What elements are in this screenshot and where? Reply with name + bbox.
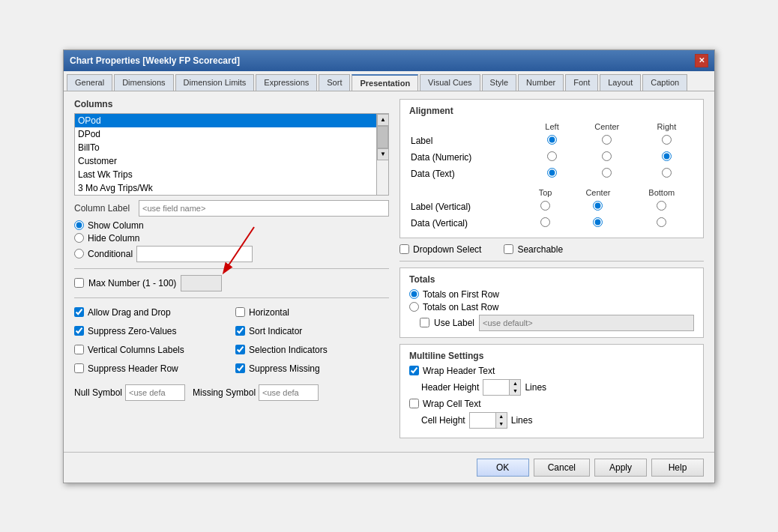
cell-height-spinner[interactable]: 2 ▲ ▼ [469, 412, 507, 429]
align-numeric-left[interactable] [529, 149, 574, 166]
max-number-checkbox[interactable] [74, 278, 84, 288]
suppress-missing-row: Suppress Missing [235, 363, 389, 374]
tab-expressions[interactable]: Expressions [256, 74, 317, 91]
align-numeric-right[interactable] [639, 149, 694, 166]
wrap-header-checkbox[interactable] [409, 366, 419, 375]
align-text-cell: Data (Text) [409, 166, 529, 182]
bottom-bar: OK Cancel Apply Help [64, 452, 714, 483]
tab-dimensions[interactable]: Dimensions [114, 74, 173, 91]
align-dv-bottom[interactable] [630, 215, 694, 232]
totals-last-radio[interactable] [409, 302, 419, 312]
sort-indicator-checkbox[interactable] [235, 326, 245, 336]
columns-scrollbar[interactable]: ▲ ▼ [376, 114, 388, 195]
main-window: Chart Properties [Weekly FP Scorecard] ✕… [63, 49, 715, 483]
align-data-vertical-row: Data (Vertical) [409, 215, 694, 232]
align-dv-center[interactable] [567, 215, 629, 232]
conditional-input[interactable] [136, 246, 253, 262]
tab-font[interactable]: Font [565, 74, 598, 91]
align-lv-bottom[interactable] [630, 199, 694, 215]
scrollbar-thumb[interactable] [377, 126, 388, 148]
tab-style[interactable]: Style [482, 74, 516, 91]
list-item-billto[interactable]: BillTo [75, 141, 376, 154]
tab-caption[interactable]: Caption [642, 74, 687, 91]
allow-drag-label: Allow Drag and Drop [88, 307, 171, 318]
header-height-down[interactable]: ▼ [510, 387, 520, 395]
align-text-center[interactable] [575, 166, 639, 182]
align-lv-center[interactable] [567, 199, 629, 215]
scrollbar-up[interactable]: ▲ [377, 114, 389, 126]
main-content: Columns OPod DPod BillTo Customer Last W… [64, 91, 714, 452]
suppress-missing-label: Suppress Missing [249, 363, 320, 374]
list-item-customer[interactable]: Customer [75, 154, 376, 168]
alignment-section: Alignment Left Center Right [399, 99, 704, 238]
cell-height-up[interactable]: ▲ [496, 413, 507, 420]
align-numeric-cell: Data (Numeric) [409, 149, 529, 166]
selection-indicators-checkbox[interactable] [235, 345, 245, 354]
help-button[interactable]: Help [651, 459, 704, 477]
use-label-input[interactable] [479, 315, 694, 331]
apply-button[interactable]: Apply [594, 459, 647, 477]
tab-presentation[interactable]: Presentation [352, 74, 418, 91]
cell-height-input[interactable]: 2 [470, 413, 496, 428]
allow-drag-checkbox[interactable] [74, 307, 84, 317]
header-height-up[interactable]: ▲ [510, 380, 520, 387]
tab-number[interactable]: Number [518, 74, 564, 91]
align-text-left[interactable] [529, 166, 574, 182]
align-col2-center: Center [567, 187, 629, 199]
wrap-cell-checkbox[interactable] [409, 399, 419, 408]
dropdown-select-checkbox[interactable] [399, 244, 409, 254]
align-col2-top: Top [524, 187, 567, 199]
tab-visual-cues[interactable]: Visual Cues [420, 74, 480, 91]
multiline-title: Multiline Settings [409, 351, 694, 361]
hide-column-radio[interactable] [74, 233, 84, 243]
wrap-header-label: Wrap Header Text [423, 366, 495, 376]
close-button[interactable]: ✕ [695, 54, 708, 67]
null-symbol-input[interactable] [125, 384, 185, 401]
align-data-vertical-cell: Data (Vertical) [409, 215, 524, 232]
scrollbar-down[interactable]: ▼ [377, 148, 389, 160]
use-label-checkbox[interactable] [420, 318, 429, 327]
show-column-radio[interactable] [74, 220, 84, 230]
wrap-cell-row: Wrap Cell Text [409, 399, 694, 409]
show-column-row: Show Column [74, 220, 389, 231]
align-col-left: Left [529, 121, 574, 133]
columns-list[interactable]: OPod DPod BillTo Customer Last Wk Trips … [74, 113, 389, 196]
tab-layout[interactable]: Layout [600, 74, 641, 91]
list-item-lastwktrips[interactable]: Last Wk Trips [75, 168, 376, 181]
list-item-opod[interactable]: OPod [75, 114, 376, 127]
align-label-center[interactable] [575, 133, 639, 149]
align-dv-top[interactable] [524, 215, 567, 232]
null-symbol-label: Null Symbol [74, 387, 122, 398]
vertical-labels-label: Vertical Columns Labels [88, 345, 184, 355]
align-label-left[interactable] [529, 133, 574, 149]
totals-first-radio[interactable] [409, 289, 419, 299]
header-height-spinner[interactable]: 2 ▲ ▼ [483, 379, 521, 396]
align-lv-top[interactable] [524, 199, 567, 215]
column-label-input[interactable] [139, 200, 389, 217]
tab-dimension-limits[interactable]: Dimension Limits [175, 74, 255, 91]
tab-general[interactable]: General [67, 74, 112, 91]
ok-button[interactable]: OK [477, 459, 529, 477]
list-item-dpod[interactable]: DPod [75, 127, 376, 141]
header-height-input[interactable]: 2 [483, 380, 510, 395]
align-text-right[interactable] [639, 166, 694, 182]
list-item-avgtrips[interactable]: 3 Mo Avg Trips/Wk [75, 181, 376, 195]
vertical-labels-checkbox[interactable] [74, 345, 84, 354]
conditional-radio[interactable] [74, 249, 84, 259]
suppress-missing-checkbox[interactable] [235, 363, 245, 373]
missing-symbol-input[interactable] [259, 384, 319, 401]
suppress-header-label: Suppress Header Row [88, 363, 178, 374]
max-number-input[interactable]: 10 [181, 275, 222, 291]
tab-sort[interactable]: Sort [319, 74, 350, 91]
suppress-zero-checkbox[interactable] [74, 326, 84, 336]
cell-height-down[interactable]: ▼ [496, 420, 507, 428]
cancel-button[interactable]: Cancel [534, 459, 590, 477]
use-label-label: Use Label [434, 318, 474, 328]
searchable-checkbox[interactable] [504, 244, 513, 254]
align-numeric-center[interactable] [575, 149, 639, 166]
suppress-header-checkbox[interactable] [74, 363, 84, 373]
left-column: Columns OPod DPod BillTo Customer Last W… [74, 99, 389, 444]
show-column-label: Show Column [88, 220, 144, 231]
align-label-right[interactable] [639, 133, 694, 149]
horizontal-checkbox[interactable] [235, 307, 245, 317]
